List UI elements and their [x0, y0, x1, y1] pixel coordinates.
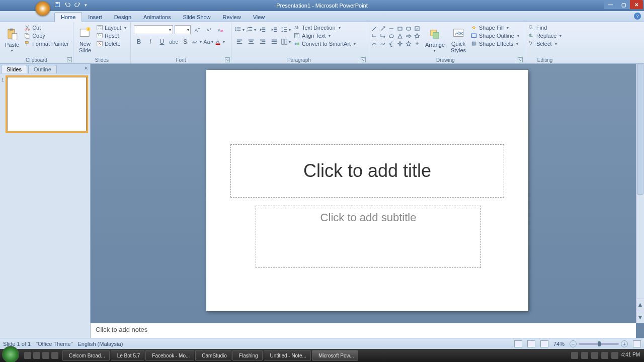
- columns-icon[interactable]: [281, 37, 291, 46]
- ie-icon[interactable]: [42, 352, 49, 359]
- shrink-font-icon[interactable]: A: [204, 25, 214, 34]
- maximize-button[interactable]: ▢: [617, 0, 630, 9]
- char-spacing-icon[interactable]: AV: [192, 37, 202, 46]
- paragraph-launcher[interactable]: [361, 57, 366, 62]
- next-slide-icon[interactable]: ⯆: [636, 311, 644, 323]
- slide-canvas[interactable]: Click to add title Click to add subtitle: [206, 70, 528, 311]
- align-text-button[interactable]: Align Text: [293, 32, 357, 39]
- zoom-out-icon[interactable]: −: [570, 340, 577, 347]
- normal-view-icon[interactable]: [514, 340, 522, 347]
- grow-font-icon[interactable]: A: [192, 25, 202, 34]
- shape-line-icon[interactable]: [370, 25, 378, 32]
- italic-icon[interactable]: I: [145, 37, 155, 46]
- convert-smartart-button[interactable]: Convert to SmartArt: [293, 40, 357, 47]
- slide-thumbnail-1[interactable]: 1: [7, 77, 87, 131]
- bullets-icon[interactable]: [234, 25, 245, 34]
- shape-elbow-icon[interactable]: [370, 33, 378, 40]
- shape-curve-icon[interactable]: [370, 40, 378, 47]
- undo-icon[interactable]: [64, 2, 70, 9]
- text-direction-button[interactable]: AText Direction: [293, 24, 357, 31]
- tab-animations[interactable]: Animations: [137, 13, 177, 22]
- shape-brace-icon[interactable]: [387, 40, 395, 47]
- font-color-icon[interactable]: A: [215, 37, 225, 46]
- clipboard-launcher[interactable]: [67, 57, 72, 62]
- new-slide-button[interactable]: New Slide: [76, 23, 94, 57]
- increase-indent-icon[interactable]: [269, 25, 279, 34]
- find-button[interactable]: Find: [527, 24, 562, 31]
- notes-pane[interactable]: Click to add notes: [91, 323, 636, 338]
- align-center-icon[interactable]: [246, 37, 256, 46]
- help-icon[interactable]: ?: [634, 13, 641, 20]
- align-right-icon[interactable]: [258, 37, 268, 46]
- select-button[interactable]: Select: [527, 40, 562, 47]
- office-button[interactable]: [35, 1, 50, 16]
- tray-icon[interactable]: [591, 352, 598, 359]
- subtitle-placeholder[interactable]: Click to add subtitle: [256, 206, 481, 268]
- format-painter-button[interactable]: Format Painter: [23, 40, 70, 47]
- shape-effects-button[interactable]: Shape Effects: [470, 40, 520, 47]
- underline-icon[interactable]: U: [157, 37, 167, 46]
- shape-elbow-arrow-icon[interactable]: [379, 33, 387, 40]
- taskbar-item[interactable]: Le Bot 5.7: [111, 350, 145, 361]
- shape-arrow-icon[interactable]: [379, 25, 387, 32]
- clear-formatting-icon[interactable]: A: [215, 25, 225, 34]
- quick-styles-button[interactable]: Abc Quick Styles: [449, 23, 468, 57]
- zoom-slider[interactable]: [579, 343, 619, 345]
- tab-view[interactable]: View: [247, 13, 271, 22]
- layout-button[interactable]: Layout: [96, 24, 127, 31]
- taskbar-item[interactable]: Facebook - Mo...: [145, 350, 194, 361]
- shape-textbox-icon[interactable]: A: [413, 25, 421, 32]
- shape-outline-button[interactable]: Shape Outline: [470, 32, 520, 39]
- copy-button[interactable]: Copy: [23, 32, 70, 39]
- shadow-icon[interactable]: S: [180, 37, 190, 46]
- strikethrough-icon[interactable]: abc: [169, 37, 179, 46]
- cut-button[interactable]: Cut: [23, 24, 70, 31]
- delete-button[interactable]: Delete: [96, 40, 127, 47]
- shapes-gallery[interactable]: A: [370, 25, 421, 57]
- font-name-combo[interactable]: ▾: [134, 25, 173, 34]
- shape-freeform-icon[interactable]: [379, 40, 387, 47]
- status-language[interactable]: English (Malaysia): [77, 341, 123, 347]
- clock[interactable]: 4:41 PM: [621, 352, 640, 359]
- tray-icon[interactable]: [571, 352, 578, 359]
- outline-tab[interactable]: Outline: [28, 65, 57, 73]
- taskbar-item[interactable]: Untitled - Note...: [264, 350, 311, 361]
- tray-icon[interactable]: [601, 352, 608, 359]
- taskbar-item[interactable]: Celcom Broad...: [62, 350, 110, 361]
- shape-5star-icon[interactable]: [405, 40, 413, 47]
- volume-icon[interactable]: [611, 352, 618, 359]
- tab-slideshow[interactable]: Slide Show: [177, 13, 217, 22]
- close-button[interactable]: ✕: [630, 0, 643, 9]
- sorter-view-icon[interactable]: [527, 340, 535, 347]
- explorer-icon[interactable]: [33, 352, 40, 359]
- zoom-in-icon[interactable]: +: [621, 340, 628, 347]
- justify-icon[interactable]: [269, 37, 279, 46]
- reset-button[interactable]: Reset: [96, 32, 127, 39]
- font-size-combo[interactable]: ▾: [175, 25, 191, 34]
- drawing-launcher[interactable]: [518, 57, 523, 62]
- ql-more-icon[interactable]: [51, 352, 58, 359]
- tab-home[interactable]: Home: [54, 12, 82, 22]
- slideshow-view-icon[interactable]: [540, 340, 548, 347]
- vertical-scrollbar[interactable]: ⯅ ⯆: [636, 64, 644, 323]
- line-spacing-icon[interactable]: [281, 25, 291, 34]
- taskbar-item[interactable]: Microsoft Pow...: [312, 350, 359, 361]
- zoom-level[interactable]: 74%: [553, 341, 565, 347]
- slides-tab[interactable]: Slides: [1, 65, 27, 73]
- shape-fill-button[interactable]: Shape Fill: [470, 24, 520, 31]
- minimize-button[interactable]: —: [604, 0, 617, 9]
- shape-line2-icon[interactable]: [387, 25, 395, 32]
- title-placeholder[interactable]: Click to add title: [230, 144, 504, 198]
- shape-4star-icon[interactable]: [396, 40, 404, 47]
- shape-roundrect-icon[interactable]: [405, 25, 413, 32]
- qat-more-icon[interactable]: ▾: [85, 3, 87, 8]
- save-icon[interactable]: [54, 2, 60, 9]
- shape-rightarrow-icon[interactable]: [405, 33, 413, 40]
- tab-review[interactable]: Review: [217, 13, 247, 22]
- shape-oval-icon[interactable]: [387, 33, 395, 40]
- align-left-icon[interactable]: [234, 37, 245, 46]
- start-button[interactable]: [2, 346, 19, 362]
- tab-design[interactable]: Design: [108, 13, 137, 22]
- prev-slide-icon[interactable]: ⯅: [636, 299, 644, 311]
- font-launcher[interactable]: [225, 57, 230, 62]
